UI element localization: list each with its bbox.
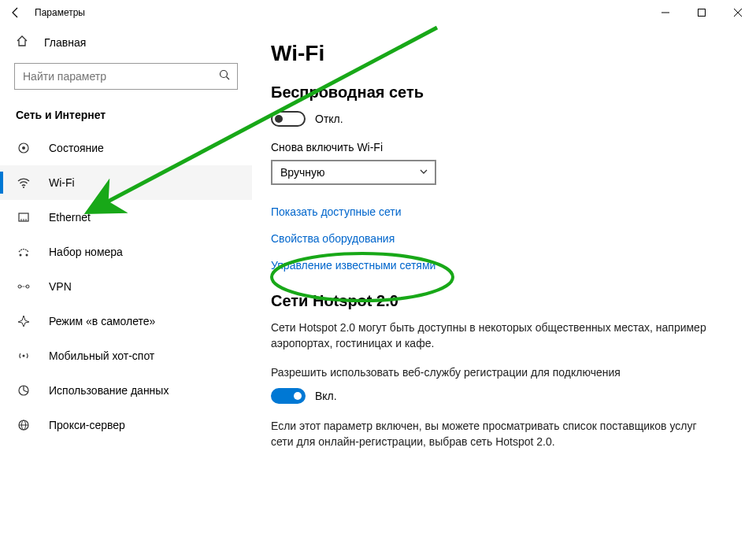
svg-rect-1 <box>699 9 706 17</box>
sidebar-item-hotspot[interactable]: Мобильный хот-спот <box>0 338 252 373</box>
close-button[interactable] <box>720 0 756 25</box>
hotspot-heading: Сети Hotspot 2.0 <box>271 292 732 310</box>
search-input[interactable] <box>23 70 218 83</box>
sidebar-item-dialup[interactable]: Набор номера <box>0 235 252 269</box>
vpn-icon <box>16 279 32 294</box>
sidebar-item-label: Мобильный хот-спот <box>49 349 154 362</box>
sidebar-item-ethernet[interactable]: Ethernet <box>0 200 252 235</box>
search-input-container[interactable] <box>14 63 238 90</box>
wireless-heading: Беспроводная сеть <box>271 83 732 102</box>
svg-point-8 <box>23 187 24 188</box>
sidebar-item-label: Ethernet <box>49 211 91 224</box>
sidebar: Главная Сеть и Интернет Состояние Wi-Fi … <box>0 25 252 551</box>
reenable-value: Вручную <box>280 166 419 179</box>
svg-point-4 <box>220 71 228 78</box>
wifi-toggle[interactable] <box>271 111 306 127</box>
search-icon <box>218 68 231 84</box>
content-pane: Wi-Fi Беспроводная сеть Откл. Снова вклю… <box>252 25 756 551</box>
sidebar-item-airplane[interactable]: Режим «в самолете» <box>0 304 252 338</box>
sidebar-item-label: Набор номера <box>49 246 123 258</box>
home-icon <box>16 35 28 50</box>
chevron-down-icon <box>419 165 428 179</box>
maximize-button[interactable] <box>684 0 720 25</box>
svg-point-16 <box>26 285 29 288</box>
svg-point-7 <box>22 146 25 150</box>
ethernet-icon <box>16 209 32 225</box>
link-show-networks[interactable]: Показать доступные сети <box>271 205 732 218</box>
proxy-icon <box>16 417 32 433</box>
reenable-label: Снова включить Wi-Fi <box>271 141 732 153</box>
home-label: Главная <box>44 36 86 49</box>
sidebar-item-proxy[interactable]: Прокси-сервер <box>0 408 252 442</box>
data-usage-icon <box>16 383 32 398</box>
link-hw-properties[interactable]: Свойства оборудования <box>271 232 732 245</box>
sidebar-item-label: Использование данных <box>49 384 169 397</box>
svg-point-18 <box>23 355 25 357</box>
wifi-toggle-state: Откл. <box>315 113 343 125</box>
sidebar-item-label: Прокси-сервер <box>49 419 125 431</box>
hotspot-allow-label: Разрешить использовать веб-службу регист… <box>271 364 712 380</box>
hotspot-desc: Сети Hotspot 2.0 могут быть доступны в н… <box>271 320 712 352</box>
sidebar-item-vpn[interactable]: VPN <box>0 269 252 304</box>
sidebar-item-label: Состояние <box>49 142 104 154</box>
sidebar-item-label: Режим «в самолете» <box>49 315 155 327</box>
svg-point-14 <box>26 254 28 257</box>
hotspot-note: Если этот параметр включен, вы можете пр… <box>271 418 712 450</box>
window-title: Параметры <box>35 7 85 18</box>
svg-line-5 <box>227 77 230 80</box>
sidebar-section-title: Сеть и Интернет <box>0 105 252 131</box>
status-icon <box>16 140 32 156</box>
home-link[interactable]: Главная <box>0 25 252 57</box>
sidebar-item-status[interactable]: Состояние <box>0 131 252 165</box>
page-title: Wi-Fi <box>271 41 732 66</box>
svg-point-13 <box>20 254 22 257</box>
sidebar-item-data-usage[interactable]: Использование данных <box>0 373 252 408</box>
link-manage-known-networks[interactable]: Управление известными сетями <box>271 259 732 272</box>
sidebar-item-label: VPN <box>49 280 72 293</box>
reenable-select[interactable]: Вручную <box>271 160 436 185</box>
sidebar-item-label: Wi-Fi <box>49 176 75 189</box>
svg-point-15 <box>18 285 21 288</box>
dialup-icon <box>16 244 32 260</box>
airplane-icon <box>16 313 32 329</box>
minimize-button[interactable] <box>647 0 684 25</box>
wifi-icon <box>16 175 32 190</box>
hotspot-icon <box>16 348 32 364</box>
hotspot-toggle[interactable] <box>271 388 306 404</box>
sidebar-item-wifi[interactable]: Wi-Fi <box>0 165 252 200</box>
hotspot-toggle-state: Вкл. <box>315 390 337 402</box>
back-button[interactable] <box>6 3 25 22</box>
